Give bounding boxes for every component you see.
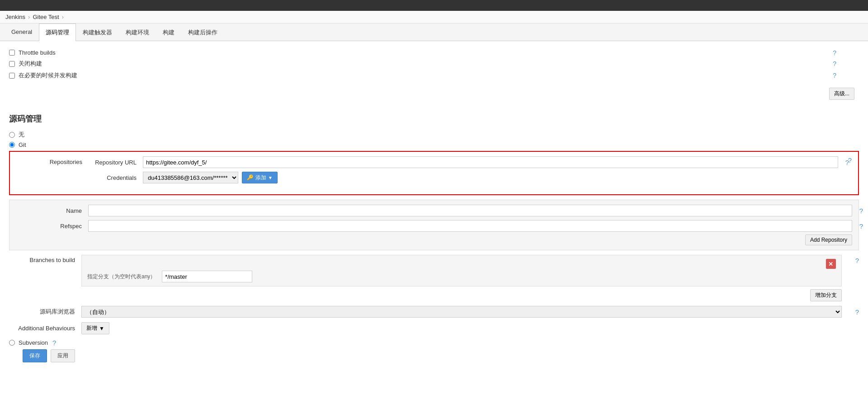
tab-scm[interactable]: 源码管理 xyxy=(39,23,76,41)
radio-none-label: 无 xyxy=(19,131,24,139)
new-behaviour-button[interactable]: 新增 ▼ xyxy=(81,322,109,334)
throttle-builds-row: Throttle builds ? xyxy=(9,49,841,56)
scm-browser-label: 源码库浏览器 xyxy=(9,308,81,316)
credentials-label: Credentials xyxy=(89,174,143,181)
add-branch-button[interactable]: 增加分支 xyxy=(810,289,842,301)
tab-env[interactable]: 构建环境 xyxy=(119,23,156,41)
name-help-icon[interactable]: ? xyxy=(859,207,863,215)
subversion-help-icon[interactable]: ? xyxy=(52,339,56,347)
behaviours-row: Additional Behaviours 新增 ▼ xyxy=(9,322,859,334)
tab-triggers[interactable]: 构建触发器 xyxy=(76,23,119,41)
new-behaviour-label: 新增 xyxy=(86,324,97,332)
throttle-builds-checkbox[interactable] xyxy=(9,50,15,56)
disable-build-checkbox[interactable] xyxy=(9,61,15,67)
refspec-input[interactable] xyxy=(88,220,852,232)
refspec-help-icon[interactable]: ? xyxy=(859,222,863,230)
credentials-select[interactable]: du413385586@163.com/****** xyxy=(143,172,238,183)
add-credentials-button[interactable]: 🔑 添加 ▼ xyxy=(242,172,278,183)
add-repository-button[interactable]: Add Repository xyxy=(805,234,852,245)
breadcrumb-giteetest[interactable]: Gitee Test xyxy=(33,14,59,20)
concurrent-build-row: 在必要的时候并发构建 ? xyxy=(9,71,841,80)
tab-post[interactable]: 构建后操作 xyxy=(181,23,224,41)
tab-bar: General 源码管理 构建触发器 构建环境 构建 构建后操作 xyxy=(0,23,868,41)
radio-git-row: Git xyxy=(9,141,859,148)
scm-browser-help-icon[interactable]: ? xyxy=(855,308,859,316)
branches-help-icon[interactable]: ? xyxy=(855,257,859,264)
branch-specifier-label: 指定分支（为空时代表any） xyxy=(87,273,156,281)
name-refspec-area: Name ? Refspec ? Add Repository xyxy=(9,200,859,250)
add-branch-row: 增加分支 xyxy=(81,289,842,301)
repositories-label: Repositories xyxy=(16,156,89,165)
concurrent-build-help-icon[interactable]: ? xyxy=(833,72,836,79)
save-button[interactable]: 保存 xyxy=(23,349,47,362)
radio-none-row: 无 xyxy=(9,131,859,139)
add-credentials-icon: 🔑 xyxy=(247,174,254,181)
throttle-builds-label: Throttle builds xyxy=(19,49,56,56)
branch-specifier-input[interactable] xyxy=(162,271,252,282)
radio-subversion[interactable] xyxy=(9,340,15,346)
scm-browser-select[interactable]: （自动） xyxy=(81,306,842,318)
git-section: Repositories Repository URL ? Credential… xyxy=(9,151,859,195)
add-credentials-label: 添加 xyxy=(255,174,266,182)
content-area: Throttle builds ? 关闭构建 ? 在必要的时候并发构建 ? 高级… xyxy=(0,41,868,371)
add-credentials-arrow-icon: ▼ xyxy=(268,175,273,180)
radio-git-label: Git xyxy=(19,141,26,148)
section-title-scm: 源码管理 xyxy=(9,113,859,124)
breadcrumb-sep1: › xyxy=(28,14,30,20)
radio-none[interactable] xyxy=(9,132,15,138)
bottom-buttons-area: 保存 应用 xyxy=(23,349,859,362)
breadcrumb-sep2: › xyxy=(62,14,64,20)
subversion-row: Subversion ? xyxy=(9,339,859,347)
radio-subversion-label: Subversion xyxy=(19,339,48,346)
branches-to-build-label: Branches to build xyxy=(9,255,81,263)
tab-build[interactable]: 构建 xyxy=(156,23,181,41)
scm-browser-row: 源码库浏览器 （自动） ? xyxy=(9,306,859,318)
top-bar xyxy=(0,0,868,11)
breadcrumb-jenkins[interactable]: Jenkins xyxy=(5,14,25,20)
new-behaviour-arrow-icon: ▼ xyxy=(99,325,104,332)
concurrent-build-label: 在必要的时候并发构建 xyxy=(19,71,77,80)
disable-build-row: 关闭构建 ? xyxy=(9,60,841,68)
repository-url-label: Repository URL xyxy=(89,159,143,166)
tab-general[interactable]: General xyxy=(5,23,39,41)
name-label: Name xyxy=(16,207,88,214)
delete-branch-button[interactable]: ✕ xyxy=(826,259,836,269)
repository-url-input[interactable] xyxy=(143,156,838,168)
add-repository-row: Add Repository xyxy=(16,232,852,245)
name-input[interactable] xyxy=(88,205,852,216)
disable-build-help-icon[interactable]: ? xyxy=(833,60,836,67)
throttle-builds-help-icon[interactable]: ? xyxy=(833,49,836,56)
disable-build-label: 关闭构建 xyxy=(19,60,42,68)
advanced-button[interactable]: 高级... xyxy=(829,88,854,100)
branches-section: Branches to build ✕ 指定分支（为空时代表any） 增加分支 xyxy=(9,255,859,301)
main-content: General 源码管理 构建触发器 构建环境 构建 构建后操作 Throttl… xyxy=(0,23,868,408)
breadcrumb: Jenkins › Gitee Test › xyxy=(0,11,868,23)
apply-button[interactable]: 应用 xyxy=(51,349,75,362)
behaviours-label: Additional Behaviours xyxy=(9,325,81,332)
radio-git[interactable] xyxy=(9,142,15,148)
clearfix1: 高级... xyxy=(9,83,859,104)
refspec-label: Refspec xyxy=(16,223,88,230)
repositories-help-icon[interactable]: ? xyxy=(848,156,852,164)
concurrent-build-checkbox[interactable] xyxy=(9,73,15,79)
